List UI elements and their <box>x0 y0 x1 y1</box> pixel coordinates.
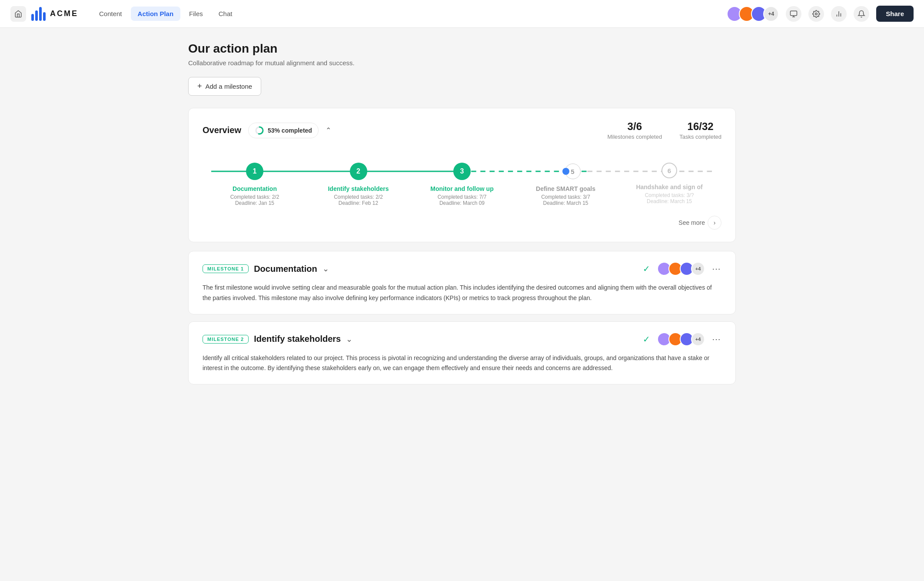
nav-content[interactable]: Content <box>92 7 129 21</box>
node-deadline-3: Deadline: March 09 <box>430 200 493 206</box>
node-5-wrapper: 5 <box>562 163 569 180</box>
node-tasks-5: Completed tasks: 3/7 <box>536 194 595 200</box>
tasks-stat: 16/32 Tasks completed <box>679 120 721 140</box>
node-deadline-6: Deadline: March 15 <box>636 198 702 204</box>
overview-title: Overview <box>203 125 241 135</box>
tasks-value: 16/32 <box>679 120 721 133</box>
node-deadline-5: Deadline: March 15 <box>536 200 595 206</box>
add-milestone-button[interactable]: + Add a milestone <box>188 77 261 96</box>
node-circle-1[interactable]: 1 <box>246 163 263 180</box>
page-title: Our action plan <box>188 42 736 56</box>
collapse-button[interactable]: ⌃ <box>326 126 331 134</box>
milestones-stat: 3/6 Milestones completed <box>607 120 662 140</box>
node-info-5: Define SMART goals Completed tasks: 3/7 … <box>536 185 595 206</box>
progress-badge: 53% completed <box>248 123 319 138</box>
node-name-2: Identify stakeholders <box>328 185 389 192</box>
milestone-1-avatar-count: +4 <box>691 262 705 276</box>
node-info-2: Identify stakeholders Completed tasks: 2… <box>328 185 389 206</box>
node-circle-3[interactable]: 3 <box>453 163 471 180</box>
timeline-nodes: 1 Documentation Completed tasks: 2/2 Dea… <box>211 163 713 206</box>
milestone-1-avatars: +4 <box>657 262 705 276</box>
milestone-2-header-left: MILESTONE 2 Identify stakeholders ⌄ <box>203 334 352 344</box>
brand-name: ACME <box>50 9 78 18</box>
see-more-button[interactable]: See more › <box>203 216 721 230</box>
milestone-1-check-icon: ✓ <box>643 264 650 274</box>
navbar: ACME Content Action Plan Files Chat +4 <box>0 0 924 28</box>
milestone-1-toggle-button[interactable]: ⌄ <box>322 264 329 274</box>
nav-right: +4 Sh <box>727 6 914 22</box>
nav-action-plan[interactable]: Action Plan <box>131 7 181 21</box>
progress-ring-icon <box>255 126 264 135</box>
see-more-chevron-icon: › <box>708 216 721 230</box>
milestone-1-title: Documentation <box>254 264 317 274</box>
milestone-1-header: MILESTONE 1 Documentation ⌄ ✓ +4 ⋯ <box>203 262 721 276</box>
page-subtitle: Collaborative roadmap for mutual alignme… <box>188 59 736 67</box>
monitor-icon-button[interactable] <box>786 6 801 22</box>
node-tasks-2: Completed tasks: 2/2 <box>328 194 389 200</box>
milestone-2-avatars: +4 <box>657 332 705 346</box>
node-tasks-1: Completed tasks: 2/2 <box>230 194 279 200</box>
node-info-1: Documentation Completed tasks: 2/2 Deadl… <box>230 185 279 206</box>
node-tasks-6: Completed tasks: 3/? <box>636 192 702 198</box>
see-more-label: See more <box>678 219 705 226</box>
timeline-container: 1 Documentation Completed tasks: 2/2 Dea… <box>203 154 721 210</box>
node-deadline-1: Deadline: Jan 15 <box>230 200 279 206</box>
node-info-6: Handshake and sign of Completed tasks: 3… <box>636 184 702 204</box>
milestone-1-header-left: MILESTONE 1 Documentation ⌄ <box>203 264 329 274</box>
logo-bars-icon <box>31 7 46 21</box>
milestone-1-description: The first milestone would involve settin… <box>203 283 721 304</box>
overview-header-left: Overview 53% completed ⌃ <box>203 123 331 138</box>
node-name-3: Monitor and follow up <box>430 185 493 192</box>
milestones-label: Milestones completed <box>607 134 662 140</box>
progress-label: 53% completed <box>268 127 312 134</box>
add-milestone-label: Add a milestone <box>206 83 253 90</box>
bell-icon-button[interactable] <box>854 6 869 22</box>
node-circle-2[interactable]: 2 <box>350 163 367 180</box>
overview-stats: 3/6 Milestones completed 16/32 Tasks com… <box>607 120 721 140</box>
svg-point-3 <box>815 13 818 15</box>
nav-links: Content Action Plan Files Chat <box>92 7 727 21</box>
milestone-2-header: MILESTONE 2 Identify stakeholders ⌄ ✓ +4… <box>203 332 721 346</box>
node-info-3: Monitor and follow up Completed tasks: 7… <box>430 185 493 206</box>
svg-rect-0 <box>791 11 797 16</box>
main-content: Our action plan Collaborative roadmap fo… <box>171 28 753 405</box>
milestone-2-badge: MILESTONE 2 <box>203 335 249 344</box>
home-button[interactable] <box>10 6 26 22</box>
milestone-card-2: MILESTONE 2 Identify stakeholders ⌄ ✓ +4… <box>188 321 736 385</box>
plus-icon: + <box>197 82 202 91</box>
node-circle-6[interactable]: 6 <box>661 163 677 178</box>
milestone-1-menu-button[interactable]: ⋯ <box>712 264 721 274</box>
nav-files[interactable]: Files <box>182 7 210 21</box>
node-dot-5[interactable] <box>562 168 569 175</box>
milestone-card-1: MILESTONE 1 Documentation ⌄ ✓ +4 ⋯ The f… <box>188 251 736 314</box>
milestones-value: 3/6 <box>607 120 662 133</box>
overview-header: Overview 53% completed ⌃ 3/6 Milestones … <box>203 120 721 140</box>
milestone-2-check-icon: ✓ <box>643 334 650 344</box>
milestone-1-badge: MILESTONE 1 <box>203 264 249 273</box>
milestone-node-1: 1 Documentation Completed tasks: 2/2 Dea… <box>211 163 298 206</box>
milestone-node-5: 5 Define SMART goals Completed tasks: 3/… <box>522 163 609 206</box>
milestone-2-avatar-count: +4 <box>691 332 705 346</box>
node-tasks-3: Completed tasks: 7/7 <box>430 194 493 200</box>
milestone-2-menu-button[interactable]: ⋯ <box>712 334 721 344</box>
tasks-label: Tasks completed <box>679 134 721 140</box>
milestone-2-title: Identify stakeholders <box>254 334 341 344</box>
share-button[interactable]: Share <box>876 6 914 22</box>
milestone-1-header-right: ✓ +4 ⋯ <box>643 262 721 276</box>
milestone-node-2: 2 Identify stakeholders Completed tasks:… <box>315 163 402 206</box>
node-name-1: Documentation <box>230 185 279 192</box>
milestone-2-description: Identify all critical stakeholders relat… <box>203 353 721 374</box>
overview-card: Overview 53% completed ⌃ 3/6 Milestones … <box>188 108 736 242</box>
milestone-node-6: 6 Handshake and sign of Completed tasks:… <box>626 163 713 204</box>
node-name-6: Handshake and sign of <box>636 184 702 190</box>
brand-logo: ACME <box>31 7 78 21</box>
node-name-5: Define SMART goals <box>536 185 595 192</box>
nav-chat[interactable]: Chat <box>212 7 239 21</box>
milestone-2-toggle-button[interactable]: ⌄ <box>346 334 352 344</box>
milestone-2-header-right: ✓ +4 ⋯ <box>643 332 721 346</box>
settings-icon-button[interactable] <box>808 6 824 22</box>
avatar-group: +4 <box>727 6 779 22</box>
chart-icon-button[interactable] <box>831 6 847 22</box>
milestone-node-3: 3 Monitor and follow up Completed tasks:… <box>419 163 505 206</box>
avatar-overflow-count: +4 <box>763 6 779 22</box>
